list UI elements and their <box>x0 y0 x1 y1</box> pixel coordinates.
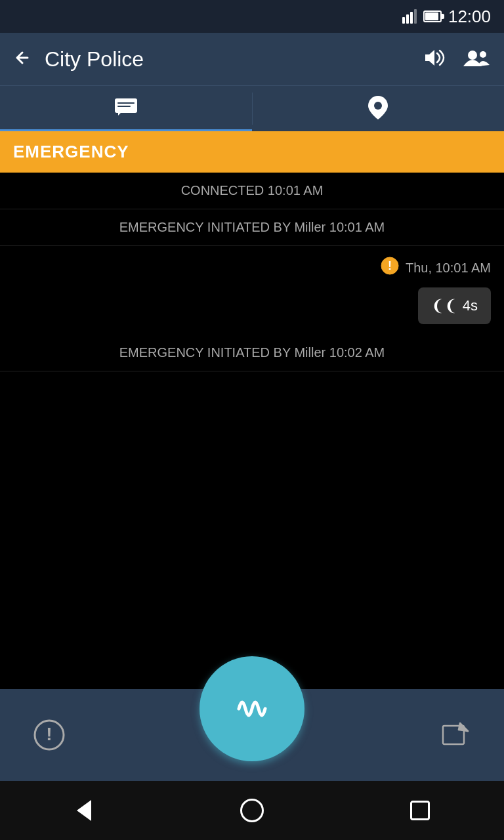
svg-point-9 <box>374 102 382 110</box>
nav-home-button[interactable] <box>226 791 278 830</box>
battery-icon <box>423 10 442 22</box>
tabs <box>0 85 504 131</box>
svg-point-5 <box>480 51 486 58</box>
voice-bubble-inner: ❨❨ 4s <box>418 287 491 324</box>
status-time: 12:00 <box>448 7 491 27</box>
volume-icon[interactable] <box>423 48 448 70</box>
svg-rect-7 <box>117 102 135 104</box>
app-bar: City Police <box>0 33 504 85</box>
recent-square-icon <box>410 801 430 820</box>
nav-recent-button[interactable] <box>394 791 446 830</box>
signal-icon <box>402 9 417 24</box>
app-bar-actions <box>423 48 491 70</box>
system-message-emergency-1: EMERGENCY INITIATED BY Miller 10:01 AM <box>0 209 504 246</box>
timestamp-text: Thu, 10:01 AM <box>406 261 491 276</box>
chat-area: CONNECTED 10:01 AM EMERGENCY INITIATED B… <box>0 173 504 689</box>
svg-point-4 <box>468 51 477 60</box>
back-button[interactable] <box>13 47 32 71</box>
alert-button[interactable]: ! <box>26 712 72 758</box>
status-icons: 12:00 <box>402 7 491 27</box>
tab-location[interactable] <box>253 86 505 131</box>
status-bar: 12:00 <box>0 0 504 33</box>
nav-bar <box>0 781 504 840</box>
svg-rect-0 <box>402 17 405 24</box>
svg-text:!: ! <box>388 259 392 272</box>
svg-rect-3 <box>414 9 417 24</box>
voice-duration: 4s <box>463 297 478 314</box>
contacts-icon[interactable] <box>463 48 491 70</box>
back-triangle-icon <box>77 800 91 821</box>
tab-chat[interactable] <box>0 86 252 131</box>
chat-icon <box>114 98 138 117</box>
emergency-icon: ! <box>381 257 399 280</box>
svg-text:!: ! <box>46 724 52 744</box>
emergency-text: EMERGENCY <box>13 142 129 161</box>
svg-rect-1 <box>406 14 409 24</box>
voice-wave-icon: ❨❨ <box>431 297 457 315</box>
app-title: City Police <box>45 47 423 72</box>
system-message-connected: CONNECTED 10:01 AM <box>0 173 504 209</box>
svg-rect-8 <box>117 106 131 107</box>
bottom-bar: ! <box>0 689 504 781</box>
compose-icon <box>440 721 469 749</box>
home-circle-icon <box>240 799 264 822</box>
voice-message-bubble[interactable]: ❨❨ 4s <box>0 285 504 335</box>
ptt-wave-icon <box>226 689 278 728</box>
nav-back-button[interactable] <box>58 791 110 830</box>
svg-rect-2 <box>410 12 413 24</box>
location-icon <box>368 96 388 119</box>
emergency-banner: EMERGENCY <box>0 131 504 173</box>
compose-button[interactable] <box>432 712 478 758</box>
ptt-button[interactable] <box>200 656 304 761</box>
timestamp-row: ! Thu, 10:01 AM <box>0 246 504 285</box>
system-message-emergency-2: EMERGENCY INITIATED BY Miller 10:02 AM <box>0 335 504 371</box>
